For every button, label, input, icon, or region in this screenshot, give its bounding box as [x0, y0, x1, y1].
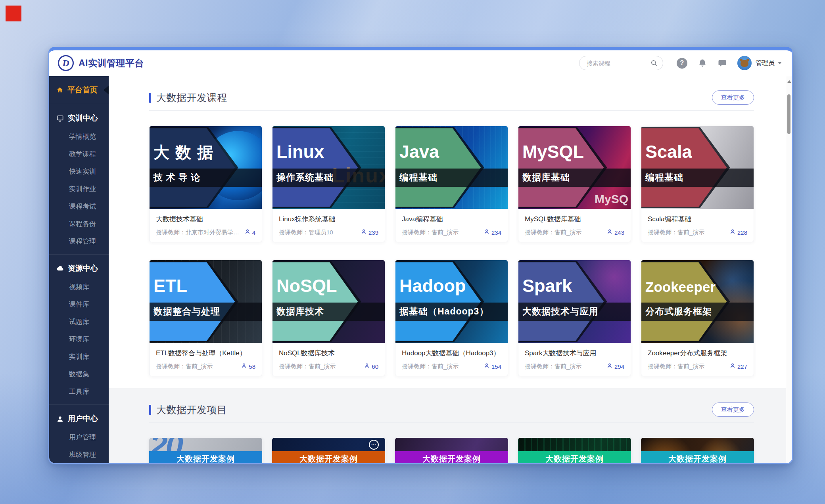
user-count-group: 243 — [606, 228, 624, 236]
cover-arrow — [272, 262, 358, 341]
project-cover-image: 大数据开发案例 — [641, 438, 754, 463]
sidebar-item[interactable]: 课件库 — [49, 296, 109, 313]
course-info: MySQL数据库基础授课教师：售前_演示243 — [518, 209, 631, 242]
notifications-bell-icon[interactable] — [698, 58, 707, 68]
user-count-group: 58 — [241, 362, 255, 370]
cover-subtitle: 技 术 导 论 — [150, 171, 200, 184]
project-card[interactable]: 大数据开发案例 — [395, 438, 508, 463]
cover-subtitle: 据基础（Hadoop3） — [395, 305, 489, 318]
user-count-icon — [606, 228, 613, 236]
course-card[interactable]: Scala编程基础Scala编程基础授课教师：售前_演示228 — [641, 126, 754, 242]
scrollbar-thumb[interactable] — [787, 94, 790, 134]
course-title: Linux操作系统基础 — [279, 215, 378, 224]
course-meta: 授课教师：北京市对外贸易学校教...4 — [156, 228, 255, 236]
course-meta: 授课教师：售前_演示60 — [279, 362, 378, 370]
course-teacher: 授课教师：北京市对外贸易学校教... — [156, 229, 241, 236]
sidebar-item[interactable]: 实训作业 — [49, 180, 109, 198]
course-card[interactable]: MySQL数据库基础MySQMySQL数据库基础授课教师：售前_演示243 — [518, 126, 631, 242]
main-content: 大数据开发课程 查看更多 大 数 据技 术 导 论大数据技术基础授课教师：北京市… — [109, 76, 792, 463]
cover-subtitle: 编程基础 — [641, 171, 683, 184]
user-name[interactable]: 管理员 — [756, 59, 775, 67]
sidebar-item[interactable]: 数据集 — [49, 366, 109, 383]
user-count: 234 — [491, 229, 501, 236]
course-cover-image: NoSQL数据库技术 — [272, 260, 385, 343]
help-icon[interactable] — [677, 58, 687, 69]
messages-chat-icon[interactable] — [718, 58, 727, 68]
user-count-icon — [241, 362, 247, 370]
project-banner: 大数据开发案例 — [149, 451, 262, 463]
sidebar-item[interactable]: 快速实训 — [49, 163, 109, 180]
sidebar-item[interactable]: 用户管理 — [49, 429, 109, 446]
course-info: Hadoop大数据基础（Hadoop3）授课教师：售前_演示154 — [395, 343, 508, 376]
sidebar-item[interactable]: 课程备份 — [49, 215, 109, 233]
course-cover-image: MySQL数据库基础MySQ — [518, 126, 631, 209]
content-scrollbar[interactable] — [786, 76, 792, 463]
project-card[interactable]: 20大数据开发案例 — [149, 438, 262, 463]
cover-subtitle: 编程基础 — [395, 171, 437, 184]
course-meta: 授课教师：售前_演示154 — [402, 362, 501, 370]
cover-arrow — [150, 128, 235, 207]
search-icon[interactable] — [650, 59, 658, 69]
course-card[interactable]: Java编程基础Java编程基础授课教师：售前_演示234 — [395, 126, 508, 242]
scroll-up-arrow-icon[interactable] — [787, 78, 791, 83]
more-options-icon — [369, 440, 379, 450]
sidebar-item[interactable]: 试题库 — [49, 313, 109, 331]
user-count: 239 — [368, 229, 378, 236]
search-box[interactable] — [579, 56, 663, 70]
cover-arrow — [641, 262, 727, 341]
course-card[interactable]: Hadoop据基础（Hadoop3）Hadoop大数据基础（Hadoop3）授课… — [395, 260, 508, 376]
cover-subtitle: 操作系统基础 — [272, 171, 334, 184]
app-window: AI实训管理平台 管理员 — [48, 47, 793, 464]
sidebar-item[interactable]: 课程考试 — [49, 198, 109, 215]
course-card[interactable]: Spark大数据技术与应用Spark大数据技术与应用授课教师：售前_演示294 — [518, 260, 631, 376]
course-card[interactable]: ETL数据整合与处理ETL数据整合与处理（Kettle）授课教师：售前_演示58 — [149, 260, 262, 376]
cloud-icon — [56, 265, 64, 272]
user-count: 294 — [614, 363, 624, 370]
user-count-group: 239 — [361, 228, 378, 236]
user-count: 227 — [737, 363, 747, 370]
course-card[interactable]: NoSQL数据库技术NoSQL数据库技术授课教师：售前_演示60 — [272, 260, 385, 376]
projects-section-title: 大数据开发项目 — [156, 403, 227, 416]
course-card[interactable]: Zookeeper分布式服务框架Zookeeper分布式服务框架授课教师：售前_… — [641, 260, 754, 376]
project-card[interactable]: 大数据开发案例 — [518, 438, 631, 463]
project-banner: 大数据开发案例 — [518, 451, 631, 463]
sidebar-item-home[interactable]: 平台首页 — [49, 80, 109, 100]
sidebar-item[interactable]: 环境库 — [49, 331, 109, 348]
project-banner: 大数据开发案例 — [395, 451, 508, 463]
course-cover-image: 大 数 据技 术 导 论 — [150, 126, 262, 209]
sidebar-item[interactable]: 教学课程 — [49, 146, 109, 163]
user-count-group: 234 — [483, 228, 501, 236]
cover-arrow — [395, 262, 481, 341]
user-avatar[interactable] — [737, 56, 752, 70]
cover-title: Java — [399, 143, 439, 161]
cover-band: 编程基础 — [395, 169, 508, 187]
sidebar-item[interactable]: 实训库 — [49, 348, 109, 366]
course-card[interactable]: 大 数 据技 术 导 论大数据技术基础授课教师：北京市对外贸易学校教...4 — [149, 126, 262, 242]
course-teacher: 授课教师：售前_演示 — [648, 229, 726, 236]
sidebar-item[interactable]: 课程管理 — [49, 233, 109, 250]
sidebar-section-user-center[interactable]: 用户中心 — [49, 409, 109, 429]
projects-view-more-button[interactable]: 查看更多 — [712, 402, 754, 417]
course-teacher: 授课教师：管理员10 — [279, 229, 357, 236]
course-title: Zookeeper分布式服务框架 — [648, 349, 747, 358]
sidebar-item[interactable]: 班级管理 — [49, 446, 109, 464]
sidebar-section-training-center[interactable]: 实训中心 — [49, 108, 109, 128]
project-card[interactable]: 大数据开发案例 — [272, 438, 385, 463]
course-info: Scala编程基础授课教师：售前_演示228 — [641, 209, 754, 242]
user-icon — [56, 415, 64, 423]
user-menu-caret-icon[interactable] — [778, 62, 782, 66]
sidebar-item[interactable]: 工具库 — [49, 383, 109, 401]
course-meta: 授课教师：售前_演示58 — [156, 362, 255, 370]
cover-subtitle: 数据库技术 — [272, 305, 324, 318]
sidebar-item[interactable]: 学情概览 — [49, 128, 109, 146]
course-card[interactable]: Linux操作系统基础LinuxLinux操作系统基础授课教师：管理员10239 — [272, 126, 385, 242]
courses-view-more-button[interactable]: 查看更多 — [712, 90, 754, 105]
course-cover-image: Hadoop据基础（Hadoop3） — [395, 260, 508, 343]
sidebar-item[interactable]: 视频库 — [49, 278, 109, 296]
user-count: 58 — [249, 363, 255, 370]
course-cover-image: Java编程基础 — [395, 126, 508, 209]
sidebar-section-resource-center[interactable]: 资源中心 — [49, 259, 109, 278]
project-grid: 20大数据开发案例大数据开发案例大数据开发案例大数据开发案例大数据开发案例 — [149, 438, 754, 463]
project-card[interactable]: 大数据开发案例 — [641, 438, 754, 463]
course-cover-image: Spark大数据技术与应用 — [518, 260, 631, 343]
